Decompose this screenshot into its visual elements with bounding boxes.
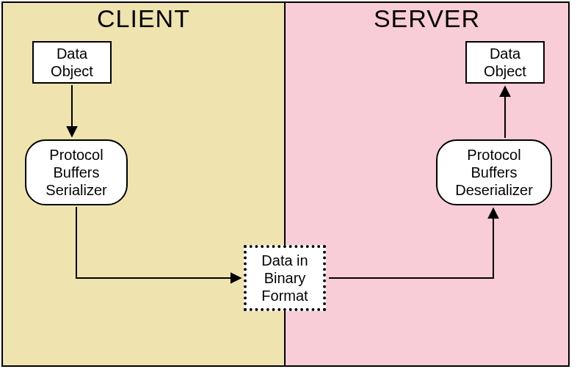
server-title: SERVER [286,4,568,33]
binary-data-node: Data inBinaryFormat [244,245,326,311]
client-title: CLIENT [3,4,284,33]
server-deserializer: ProtocolBuffersDeserializer [436,139,552,205]
client-data-object: DataObject [32,41,112,84]
server-data-object: DataObject [465,41,545,84]
client-serializer: ProtocolBuffersSerializer [25,139,128,205]
diagram-container: CLIENT SERVER DataObject ProtocolBuffers… [1,1,570,367]
